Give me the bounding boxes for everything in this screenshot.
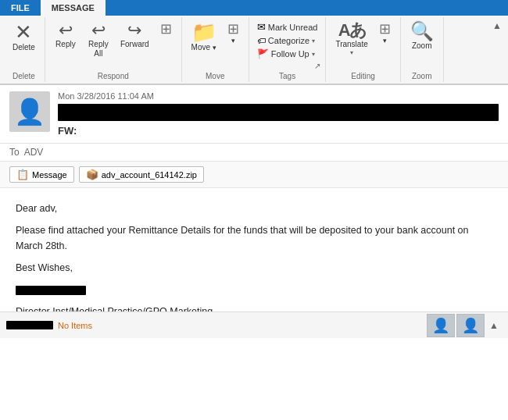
- ribbon-group-tags: ✉ Mark Unread 🏷 Categorize ▾ 🚩 Follow Up…: [249, 17, 327, 82]
- translate-icon: Aあ: [338, 22, 366, 39]
- footer-avatar-2-icon: 👤: [462, 317, 479, 334]
- zoom-label: Zoom: [412, 41, 432, 51]
- body-paragraph1: Please find attached your Remittance Det…: [16, 222, 492, 254]
- categorize-button[interactable]: 🏷 Categorize ▾: [254, 34, 321, 47]
- delete-icon: ✕: [15, 22, 32, 42]
- ribbon-group-move: 📁 Move ▾ ⊞ ▾ Move: [182, 17, 249, 82]
- tab-file[interactable]: FILE: [0, 0, 41, 16]
- forward-icon: ↪: [127, 22, 141, 39]
- editing-more-label: ▾: [383, 37, 387, 45]
- closing: Best Wishes,: [16, 260, 492, 276]
- email-date: Mon 3/28/2016 11:04 AM: [58, 91, 499, 101]
- to-label: To: [9, 147, 20, 158]
- delete-label: Delete: [13, 43, 35, 52]
- move-group-label: Move: [187, 70, 244, 80]
- reply-all-button[interactable]: ↩ ReplyAll: [83, 19, 114, 62]
- signature-redacted: [16, 282, 492, 297]
- zip-attach-icon: 📦: [86, 169, 98, 180]
- email-meta: Mon 3/28/2016 11:04 AM FW:: [58, 91, 499, 137]
- follow-up-label: Follow Up: [271, 49, 309, 59]
- footer-avatars: 👤 👤 ▲: [427, 314, 502, 337]
- move-more-label: ▾: [231, 37, 235, 45]
- reply-all-label: ReplyAll: [88, 40, 109, 59]
- message-attachment-button[interactable]: 📋 Message: [9, 166, 74, 183]
- footer-collapse-button[interactable]: ▲: [486, 317, 502, 334]
- reply-button[interactable]: ↩ Reply: [50, 19, 81, 52]
- email-to-line: To ADV: [0, 144, 508, 162]
- to-value: ADV: [24, 147, 44, 158]
- zoom-icon: 🔍: [410, 22, 434, 41]
- categorize-caret: ▾: [312, 37, 315, 44]
- translate-caret: ▾: [350, 49, 353, 56]
- reply-icon: ↩: [59, 22, 73, 39]
- zip-attachment-button[interactable]: 📦 adv_account_614142.zip: [79, 166, 204, 183]
- attachments-bar: 📋 Message 📦 adv_account_614142.zip: [0, 162, 508, 188]
- editing-more-icon: ⊞: [379, 22, 391, 36]
- forward-label: Forward: [120, 40, 149, 49]
- categorize-label: Categorize: [268, 36, 309, 45]
- mark-unread-button[interactable]: ✉ Mark Unread: [254, 20, 321, 34]
- follow-up-button[interactable]: 🚩 Follow Up ▾: [254, 47, 321, 61]
- delete-button[interactable]: ✕ Delete: [8, 19, 40, 55]
- email-footer: No Items 👤 👤 ▲: [0, 311, 508, 338]
- ribbon-group-editing: Aあ Translate ▾ ⊞ ▾ Editing: [326, 17, 400, 82]
- categorize-icon: 🏷: [257, 36, 266, 45]
- follow-up-icon: 🚩: [257, 48, 269, 59]
- zoom-group-label: Zoom: [406, 70, 438, 80]
- move-icon: 📁: [191, 22, 216, 42]
- ribbon-collapse-icon: ▲: [492, 20, 502, 31]
- delete-group-label: Delete: [8, 70, 40, 80]
- follow-up-caret: ▾: [312, 51, 315, 58]
- mark-unread-icon: ✉: [257, 21, 266, 33]
- message-attach-icon: 📋: [16, 169, 29, 180]
- ribbon: FILE MESSAGE ✕ Delete Delete ↩ Reply: [0, 0, 508, 85]
- translate-label: Translate: [335, 40, 367, 49]
- reply-all-icon: ↩: [91, 22, 106, 39]
- email-subject-bar: [58, 104, 499, 121]
- footer-avatar-1-icon: 👤: [432, 317, 449, 334]
- editing-more-button[interactable]: ⊞ ▾: [374, 19, 395, 48]
- ribbon-collapse-button[interactable]: ▲: [489, 17, 505, 82]
- move-label: Move ▾: [191, 43, 216, 52]
- footer-no-items: No Items: [58, 321, 92, 330]
- mark-unread-label: Mark Unread: [268, 23, 318, 32]
- respond-more-button[interactable]: ⊞: [156, 19, 177, 39]
- footer-name-redacted: [6, 321, 53, 329]
- ribbon-body: ✕ Delete Delete ↩ Reply ↩ ReplyAll ↪ For: [0, 16, 508, 84]
- ribbon-tab-bar: FILE MESSAGE: [0, 0, 508, 16]
- zip-attach-label: adv_account_614142.zip: [102, 170, 197, 180]
- move-more-icon: ⊞: [227, 22, 239, 36]
- signature-name-redacted: [16, 286, 86, 295]
- editing-group-label: Editing: [331, 70, 395, 80]
- ribbon-group-respond: ↩ Reply ↩ ReplyAll ↪ Forward ⊞ Respond: [45, 17, 182, 82]
- zoom-button[interactable]: 🔍 Zoom: [406, 19, 438, 54]
- tags-group-label: Tags: [254, 70, 321, 80]
- greeting: Dear adv,: [16, 201, 492, 216]
- tab-message[interactable]: MESSAGE: [41, 0, 106, 16]
- tags-expand-icon[interactable]: ↗: [314, 62, 320, 70]
- ribbon-group-zoom: 🔍 Zoom Zoom: [401, 17, 444, 82]
- footer-avatar-1[interactable]: 👤: [427, 314, 455, 337]
- respond-group-label: Respond: [50, 70, 177, 80]
- message-attach-label: Message: [32, 170, 67, 180]
- move-more-button[interactable]: ⊞ ▾: [223, 19, 244, 48]
- email-header: 👤 Mon 3/28/2016 11:04 AM FW:: [0, 85, 508, 144]
- avatar-icon: 👤: [14, 97, 45, 126]
- move-button[interactable]: 📁 Move ▾: [187, 19, 221, 55]
- sender-avatar: 👤: [9, 91, 50, 132]
- email-subject-prefix: FW:: [58, 125, 499, 137]
- reply-label: Reply: [55, 40, 76, 49]
- forward-button[interactable]: ↪ Forward: [116, 19, 154, 52]
- ribbon-group-delete: ✕ Delete Delete: [3, 17, 45, 82]
- respond-more-icon: ⊞: [160, 22, 172, 36]
- footer-avatar-2[interactable]: 👤: [456, 314, 485, 337]
- translate-button[interactable]: Aあ Translate ▾: [331, 19, 372, 59]
